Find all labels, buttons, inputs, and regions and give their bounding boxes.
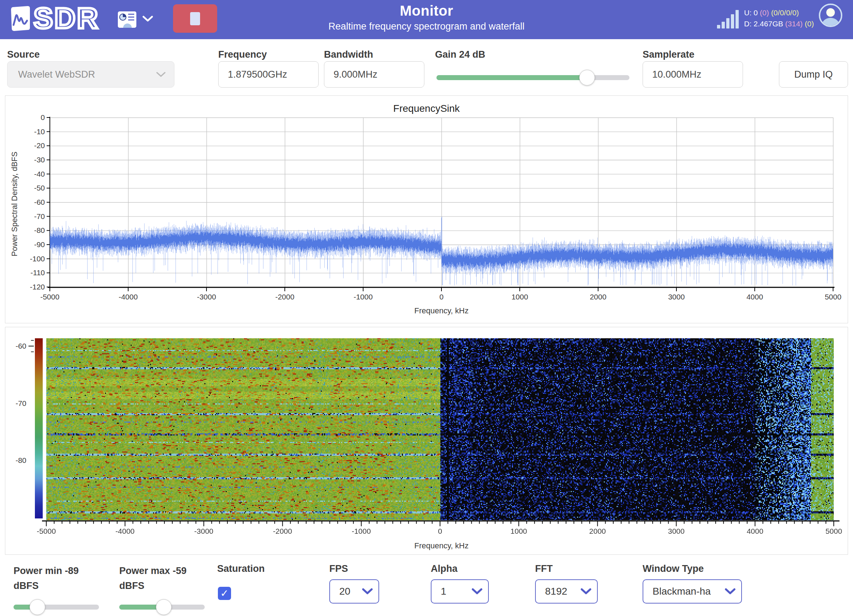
fft-select[interactable]: 8192 [535, 579, 598, 604]
gain-slider-thumb[interactable] [579, 70, 595, 85]
waterfall-colorbar [35, 338, 43, 519]
y-tick-label: -70 [34, 212, 45, 221]
stop-icon [190, 12, 200, 25]
chevron-down-icon [472, 588, 483, 595]
x-tick-label: -1000 [352, 527, 371, 536]
gain-label: Gain 24 dB [435, 49, 485, 60]
person-icon [820, 5, 841, 26]
view-menu-toggle[interactable] [143, 16, 153, 23]
y-tick-label: -80 [34, 226, 45, 235]
x-tick-label: -3000 [197, 293, 216, 301]
upload-paren-pink: (0) [760, 9, 769, 17]
x-tick-label: 4000 [747, 293, 763, 301]
download-stats: D: 2.467GB (314) (0) [744, 18, 814, 29]
frequency-input[interactable] [218, 61, 319, 88]
user-avatar[interactable] [819, 3, 842, 27]
x-tick-label: 3000 [668, 527, 685, 536]
power-min-label: Power min -89 dBFS [14, 563, 79, 593]
power-max-slider-thumb[interactable] [156, 599, 172, 615]
y-tick-label: -110 [30, 269, 45, 277]
x-tick-label: -1000 [354, 293, 373, 301]
alpha-select-value: 1 [441, 586, 472, 597]
y-tick-label: -30 [34, 156, 45, 164]
fps-label: FPS [329, 563, 348, 574]
x-tick-label: 2000 [589, 527, 606, 536]
power-max-slider[interactable] [119, 605, 205, 610]
fft-select-value: 8192 [545, 586, 581, 597]
waterfall-xlabel: Frequency, kHz [414, 541, 469, 551]
upload-paren-yellow: (0/0/0/0) [771, 9, 799, 17]
samplerate-input[interactable] [643, 61, 743, 88]
app-logo[interactable]: SDR [9, 5, 100, 33]
x-tick-label: 4000 [747, 527, 763, 536]
x-tick-label: -4000 [115, 527, 135, 536]
alpha-select[interactable]: 1 [431, 579, 489, 604]
x-tick-label: 1000 [510, 527, 527, 536]
alpha-label: Alpha [431, 563, 457, 574]
chevron-down-icon [143, 16, 153, 22]
spectrum-plot[interactable] [46, 115, 836, 293]
window-type-select-value: Blackman-ha [653, 586, 725, 597]
x-tick-label: -3000 [194, 527, 214, 536]
stop-acquisition-button[interactable] [173, 4, 217, 33]
x-tick-label: -5000 [40, 293, 59, 301]
checkmark-icon: ✓ [220, 587, 229, 599]
y-tick-label: -120 [30, 283, 45, 291]
waterfall-axis [42, 520, 839, 527]
window-type-label: Window Type [643, 563, 704, 574]
x-tick-label: 0 [438, 527, 442, 536]
source-label: Source [7, 49, 40, 60]
chevron-down-icon [156, 71, 165, 77]
y-tick-label: -10 [34, 127, 45, 136]
svg-text:SDR: SDR [33, 5, 99, 33]
spectrum-ylabel: Power Spectral Density, dBFS [10, 152, 19, 256]
signal-bars-icon [717, 10, 738, 29]
gain-slider[interactable] [437, 75, 630, 80]
app-header: SDR Monitor Realtime frequency spectrogr… [0, 0, 853, 39]
colorbar-tick-label: -80 [16, 456, 26, 465]
power-min-slider[interactable] [14, 605, 99, 610]
fps-select[interactable]: 20 [329, 579, 379, 604]
waterfall-plot[interactable] [46, 338, 834, 520]
x-tick-label: 5000 [826, 527, 842, 536]
x-tick-label: -2000 [273, 527, 292, 536]
saturation-label: Saturation [217, 563, 265, 574]
colorbar-ticks [28, 336, 34, 521]
colorbar-tick-label: -70 [16, 399, 26, 408]
x-tick-label: 5000 [825, 293, 842, 301]
y-tick-label: -90 [34, 240, 45, 249]
upload-stats: U: 0 (0) (0/0/0/0) [744, 7, 814, 18]
bandwidth-label: Bandwidth [324, 49, 373, 60]
x-tick-label: -2000 [275, 293, 294, 301]
fft-label: FFT [535, 563, 552, 574]
y-tick-label: -50 [34, 184, 45, 192]
report-dashboard-icon [117, 10, 137, 29]
samplerate-label: Samplerate [643, 49, 695, 60]
source-select[interactable]: Wavelet WebSDR [7, 61, 175, 88]
sdr-waveform-logo-icon: SDR [9, 5, 100, 33]
dump-iq-button[interactable]: Dump IQ [779, 61, 848, 88]
download-value: D: 2.467GB [744, 20, 783, 28]
x-tick-label: 0 [439, 293, 443, 301]
frequency-label: Frequency [218, 49, 267, 60]
spectrum-xlabel: Frequency, kHz [414, 306, 469, 316]
saturation-checkbox[interactable]: ✓ [218, 587, 231, 600]
x-tick-label: 2000 [590, 293, 607, 301]
bandwidth-input[interactable] [324, 61, 424, 88]
y-tick-label: -20 [34, 141, 45, 150]
window-type-select[interactable]: Blackman-ha [643, 579, 742, 604]
gain-slider-fill [437, 75, 587, 80]
x-tick-label: -5000 [36, 527, 56, 536]
traffic-stats: U: 0 (0) (0/0/0/0) D: 2.467GB (314) (0) [744, 7, 814, 29]
y-tick-label: -60 [34, 198, 45, 206]
x-tick-label: -4000 [118, 293, 138, 301]
upload-value: U: 0 [744, 9, 758, 17]
report-view-button[interactable] [117, 10, 137, 30]
y-tick-label: -40 [34, 170, 45, 178]
x-tick-label: 3000 [668, 293, 685, 301]
y-tick-label: -100 [30, 255, 45, 263]
chevron-down-icon [581, 588, 591, 595]
power-min-slider-thumb[interactable] [30, 599, 45, 615]
chevron-down-icon [725, 588, 736, 595]
source-select-value: Wavelet WebSDR [18, 69, 156, 80]
